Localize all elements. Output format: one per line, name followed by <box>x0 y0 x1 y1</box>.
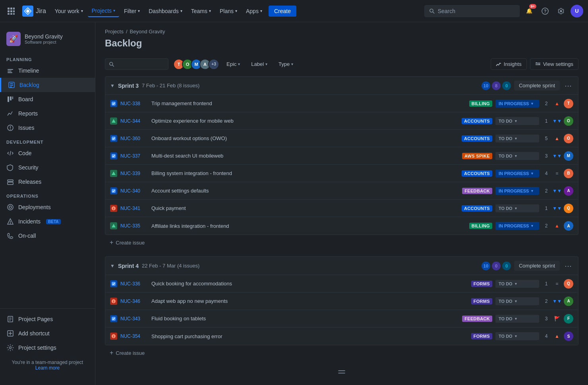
nav-dashboards[interactable]: Dashboards ▾ <box>145 6 186 17</box>
nav-plans[interactable]: Plans ▾ <box>216 6 241 17</box>
view-settings-button[interactable]: View settings <box>530 58 578 70</box>
notification-badge: 9+ <box>529 4 536 9</box>
help-button[interactable]: ? <box>539 5 551 17</box>
issue-status[interactable]: TO DO▾ <box>495 117 539 125</box>
sidebar-item-deployments[interactable]: Deployments <box>0 200 95 214</box>
sidebar-item-backlog[interactable]: Backlog <box>0 78 95 92</box>
sidebar-item-code[interactable]: Code <box>0 146 95 160</box>
nav-filter[interactable]: Filter ▾ <box>120 6 144 17</box>
sprint-4-header[interactable]: ▼ Sprint 4 22 Feb - 7 Mar (4 issues) 10 … <box>105 256 578 275</box>
jira-logo[interactable]: Jira <box>22 6 46 17</box>
issue-avatar: Q <box>564 279 573 289</box>
search-input[interactable] <box>438 8 514 14</box>
learn-more-link[interactable]: Learn more <box>35 365 60 371</box>
issue-avatar: A <box>564 221 573 231</box>
table-row[interactable]: NUC-354 Shopping cart purchasing error F… <box>105 327 578 345</box>
issue-number: 4 <box>542 171 550 176</box>
issue-avatar: A <box>564 296 573 306</box>
story-icon <box>110 117 117 125</box>
breadcrumb: Projects / Beyond Gravity <box>105 29 578 35</box>
avatar-more[interactable]: +3 <box>208 59 219 70</box>
settings-icon <box>557 8 565 15</box>
sprint-3-more-menu[interactable]: ⋯ <box>563 81 573 90</box>
sidebar-item-add-shortcut[interactable]: Add shortcut <box>0 326 95 341</box>
table-row[interactable]: NUC-343 Fluid booking on tablets FEEDBAC… <box>105 310 578 327</box>
task-icon <box>110 187 117 194</box>
user-avatar[interactable]: U <box>571 5 583 17</box>
search-box[interactable] <box>424 5 520 17</box>
epic-filter[interactable]: Epic ▾ <box>222 59 244 69</box>
notifications-button[interactable]: 🔔 9+ <box>523 5 536 17</box>
backlog-search[interactable] <box>105 58 168 70</box>
settings-button[interactable] <box>555 5 567 17</box>
svg-rect-4 <box>10 10 12 12</box>
insights-button[interactable]: Insights <box>491 58 527 70</box>
sidebar-item-board[interactable]: Board <box>0 92 95 106</box>
breadcrumb-projects[interactable]: Projects <box>105 29 124 35</box>
sprint-3-header[interactable]: ▼ Sprint 3 7 Feb - 21 Feb (8 issues) 10 … <box>105 76 578 95</box>
issue-status[interactable]: IN PROGRESS▾ <box>495 100 539 108</box>
grid-icon[interactable] <box>5 5 17 17</box>
label-filter[interactable]: Label ▾ <box>247 59 271 69</box>
issue-status[interactable]: TO DO▾ <box>495 152 539 160</box>
nav-teams[interactable]: Teams ▾ <box>187 6 215 17</box>
issue-status[interactable]: TO DO▾ <box>495 135 539 142</box>
type-filter[interactable]: Type ▾ <box>275 59 297 69</box>
issue-status[interactable]: IN PROGRESS▾ <box>495 169 539 177</box>
priority-icon: ▼▼ <box>553 152 561 160</box>
sidebar-item-timeline[interactable]: Timeline <box>0 64 95 78</box>
issue-status[interactable]: TO DO▾ <box>495 315 539 323</box>
table-row[interactable]: NUC-337 Multi-dest search UI mobileweb A… <box>105 147 578 165</box>
issue-status[interactable]: TO DO▾ <box>495 204 539 212</box>
sprint-4-more-menu[interactable]: ⋯ <box>563 262 573 270</box>
nav-your-work[interactable]: Your work ▾ <box>51 6 87 17</box>
resize-handle[interactable] <box>95 367 588 377</box>
create-button[interactable]: Create <box>269 6 296 17</box>
backlog-search-input[interactable] <box>116 61 164 67</box>
operations-section-header: OPERATIONS <box>0 189 95 200</box>
svg-rect-18 <box>10 85 13 86</box>
search-icon <box>429 8 435 14</box>
sprint-4-complete-btn[interactable]: Complete sprint <box>514 261 560 271</box>
sprint-4-create-issue[interactable]: + Create issue <box>105 345 578 360</box>
table-row[interactable]: NUC-346 Adapt web app no new payments FO… <box>105 293 578 310</box>
svg-rect-28 <box>8 180 13 181</box>
sidebar-item-issues[interactable]: Issues <box>0 121 95 135</box>
table-row[interactable]: NUC-341 Quick payment ACCOUNTS TO DO▾ 1 … <box>105 200 578 217</box>
sidebar-item-project-pages[interactable]: Project Pages <box>0 312 95 326</box>
sidebar-item-incidents[interactable]: Incidents BETA <box>0 214 95 229</box>
sprint-3-create-issue[interactable]: + Create issue <box>105 235 578 250</box>
issue-status[interactable]: IN PROGRESS▾ <box>495 187 539 195</box>
issue-status[interactable]: TO DO▾ <box>495 332 539 340</box>
issue-status[interactable]: TO DO▾ <box>495 280 539 288</box>
table-row[interactable]: NUC-336 Quick booking for accommodations… <box>105 275 578 293</box>
table-row[interactable]: NUC-360 Onboard workout options (OWO) AC… <box>105 130 578 147</box>
deployments-icon <box>6 203 14 211</box>
sidebar-note: You're in a team-managed project Learn m… <box>0 355 95 375</box>
sidebar-item-security[interactable]: Security <box>0 160 95 175</box>
issue-status[interactable]: TO DO▾ <box>495 297 539 305</box>
table-row[interactable]: NUC-335 Affiliate links integration - fr… <box>105 217 578 235</box>
nav-projects[interactable]: Projects ▾ <box>88 5 120 17</box>
sidebar-item-oncall[interactable]: On-call <box>0 229 95 243</box>
status-chevron: ▾ <box>515 154 517 158</box>
nav-apps[interactable]: Apps ▾ <box>242 6 266 17</box>
table-row[interactable]: NUC-339 Billing system integration - fro… <box>105 165 578 182</box>
sprint-3-complete-btn[interactable]: Complete sprint <box>514 81 560 90</box>
page-header: Projects / Beyond Gravity Backlog <box>95 22 588 49</box>
issue-label: FORMS <box>471 333 492 339</box>
table-row[interactable]: NUC-338 Trip management frontend BILLING… <box>105 95 578 112</box>
sprint-3-collapse[interactable]: ▼ <box>110 83 115 89</box>
sidebar-item-reports[interactable]: Reports <box>0 106 95 121</box>
svg-rect-14 <box>8 71 12 71</box>
issue-status[interactable]: IN PROGRESS▾ <box>495 222 539 230</box>
priority-icon: ▲ <box>553 100 561 107</box>
sidebar-item-project-settings[interactable]: Project settings <box>0 341 95 355</box>
svg-point-30 <box>9 206 12 208</box>
breadcrumb-project[interactable]: Beyond Gravity <box>130 29 165 35</box>
sprint-4-collapse[interactable]: ▼ <box>110 263 115 269</box>
table-row[interactable]: NUC-344 Optimize experience for mobile w… <box>105 112 578 130</box>
sidebar-item-releases[interactable]: Releases <box>0 175 95 189</box>
table-row[interactable]: NUC-340 Account settings defaults FEEDBA… <box>105 182 578 200</box>
issue-number: 3 <box>542 153 550 159</box>
